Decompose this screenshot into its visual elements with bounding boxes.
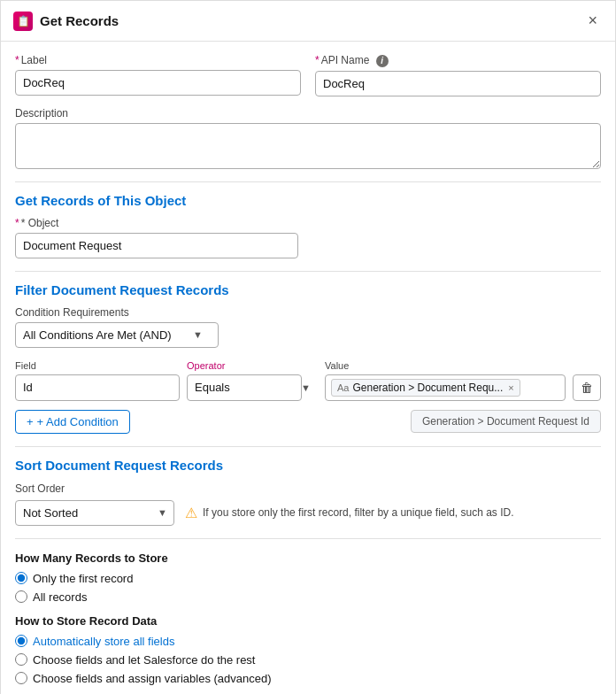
field-col-label: Field: [15, 360, 180, 371]
value-tag: Aa Generation > Document Requ... ×: [331, 379, 520, 397]
app-icon: 📋: [13, 12, 33, 31]
radio-choose-assign[interactable]: Choose fields and assign variables (adva…: [15, 672, 601, 685]
generation-pill: Generation > Document Request Id: [411, 410, 601, 433]
radio-first-record-label: Only the first record: [33, 572, 133, 585]
close-button[interactable]: ×: [582, 10, 603, 32]
sort-warning-text: If you store only the first record, filt…: [203, 506, 514, 519]
condition-requirements-select[interactable]: All Conditions Are Met (AND) Any Conditi…: [15, 322, 219, 348]
divider-1: [15, 181, 601, 182]
radio-all-records-input[interactable]: [15, 590, 27, 603]
condition-value-group: Value Aa Generation > Document Requ... ×: [325, 360, 566, 401]
label-field-label: *Label: [15, 54, 301, 66]
how-many-title: How Many Records to Store: [15, 551, 601, 565]
condition-requirements-select-wrapper: All Conditions Are Met (AND) Any Conditi…: [15, 322, 210, 348]
modal-container: 📋 Get Records × *Label *API Name i: [0, 0, 616, 694]
sort-order-select-wrapper: Not Sorted Ascending Descending ▼: [15, 500, 174, 526]
how-to-store-radio-group: Automatically store all fields Choose fi…: [15, 635, 601, 685]
how-many-radio-group: Only the first record All records: [15, 572, 601, 604]
object-group: ** Object: [15, 217, 298, 258]
condition-operator-group: Operator Equals Not Equal To Contains St…: [187, 360, 318, 401]
radio-choose-salesforce-input[interactable]: [15, 653, 27, 666]
sort-title: Sort Document Request Records: [15, 458, 601, 473]
api-name-group: *API Name i: [315, 54, 601, 96]
app-icon-letter: 📋: [17, 15, 30, 27]
get-records-title: Get Records of This Object: [15, 193, 601, 208]
get-records-section: Get Records of This Object ** Object: [15, 193, 601, 258]
api-required-star: *: [315, 54, 320, 66]
label-input[interactable]: [15, 70, 301, 96]
description-textarea[interactable]: [15, 123, 601, 169]
warning-triangle-icon: ⚠: [185, 505, 197, 521]
radio-choose-assign-input[interactable]: [15, 672, 27, 684]
modal-body: *Label *API Name i Description Get Recor…: [1, 42, 615, 694]
add-condition-button[interactable]: + + Add Condition: [15, 410, 130, 434]
condition-requirements-group: Condition Requirements All Conditions Ar…: [15, 306, 210, 348]
description-group: Description: [15, 107, 601, 169]
delete-condition-button[interactable]: 🗑: [573, 374, 601, 401]
description-label: Description: [15, 107, 601, 120]
value-input-wrapper[interactable]: Aa Generation > Document Requ... ×: [325, 374, 566, 401]
condition-row: Field Operator Equals Not Equal To Conta…: [15, 360, 601, 401]
radio-choose-salesforce[interactable]: Choose fields and let Salesforce do the …: [15, 653, 601, 667]
api-name-label: *API Name i: [315, 54, 601, 67]
value-tag-close-icon[interactable]: ×: [508, 382, 513, 393]
sort-row: Not Sorted Ascending Descending ▼ ⚠ If y…: [15, 500, 601, 526]
add-condition-label: + Add Condition: [37, 415, 119, 428]
radio-auto-store[interactable]: Automatically store all fields: [15, 635, 601, 648]
sort-order-label: Sort Order: [15, 482, 65, 495]
label-required-star: *: [15, 54, 19, 66]
value-col-label: Value: [325, 360, 566, 371]
radio-first-record[interactable]: Only the first record: [15, 572, 601, 585]
operator-select[interactable]: Equals Not Equal To Contains Starts With: [187, 374, 302, 401]
radio-auto-store-label: Automatically store all fields: [33, 635, 174, 648]
add-condition-plus-icon: +: [27, 415, 34, 428]
value-tag-type-icon: Aa: [337, 382, 349, 393]
radio-all-records[interactable]: All records: [15, 590, 601, 604]
radio-all-records-label: All records: [33, 590, 87, 604]
condition-field-group: Field: [15, 360, 180, 401]
object-required-star: *: [15, 217, 19, 229]
filter-section: Filter Document Request Records Conditio…: [15, 282, 601, 434]
label-group: *Label: [15, 54, 301, 96]
value-tag-text: Generation > Document Requ...: [352, 382, 503, 394]
radio-first-record-input[interactable]: [15, 572, 27, 584]
sort-section: Sort Document Request Records Sort Order…: [15, 458, 601, 526]
modal-header: 📋 Get Records ×: [1, 1, 615, 42]
operator-select-arrow-icon: ▼: [301, 382, 311, 393]
store-section: How Many Records to Store Only the first…: [15, 551, 601, 685]
condition-field-input[interactable]: [15, 374, 180, 401]
operator-select-wrapper: Equals Not Equal To Contains Starts With…: [187, 374, 318, 401]
how-to-store-title: How to Store Record Data: [15, 614, 601, 628]
divider-4: [15, 538, 601, 539]
operator-col-label: Operator: [187, 360, 318, 371]
api-name-info-icon[interactable]: i: [376, 55, 389, 67]
modal-title: Get Records: [40, 13, 119, 28]
radio-choose-salesforce-label: Choose fields and let Salesforce do the …: [33, 653, 255, 667]
condition-requirements-label: Condition Requirements: [15, 306, 210, 319]
label-apiname-row: *Label *API Name i: [15, 54, 601, 96]
sort-warning-message: ⚠ If you store only the first record, fi…: [185, 505, 514, 521]
api-name-input[interactable]: [315, 71, 601, 96]
filter-title: Filter Document Request Records: [15, 282, 601, 297]
sort-order-select[interactable]: Not Sorted Ascending Descending: [15, 500, 174, 526]
object-input[interactable]: [15, 233, 298, 258]
add-condition-row: + + Add Condition Generation > Document …: [15, 410, 601, 434]
header-left: 📋 Get Records: [13, 12, 119, 31]
object-label: ** Object: [15, 217, 298, 229]
divider-2: [15, 271, 601, 272]
divider-3: [15, 446, 601, 447]
radio-choose-assign-label: Choose fields and assign variables (adva…: [33, 672, 272, 685]
radio-auto-store-input[interactable]: [15, 635, 27, 647]
